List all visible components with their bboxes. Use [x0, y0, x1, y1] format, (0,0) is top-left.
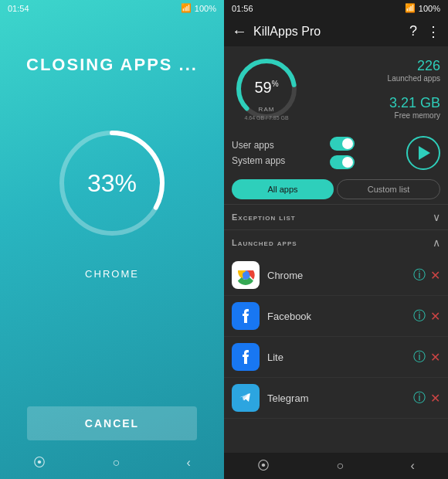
signal-icon: 📶	[181, 3, 192, 13]
right-time: 01:56	[232, 4, 253, 13]
cancel-button[interactable]: CANCEL	[27, 406, 197, 440]
left-panel: 01:54 📶 100% CLOSING APPS ... 33% Chrome…	[0, 0, 224, 479]
close-icon-telegram[interactable]: ✕	[430, 391, 440, 406]
info-icon-lite[interactable]: ⓘ	[413, 349, 426, 365]
system-apps-label: System apps	[232, 155, 285, 166]
list-item[interactable]: Chrome ⓘ ✕	[224, 255, 448, 296]
nav-home-icon-right[interactable]: ○	[336, 459, 344, 473]
right-status-icons: 📶 100%	[405, 3, 440, 13]
info-icon-chrome[interactable]: ⓘ	[413, 267, 426, 284]
stats-right: 226 Launched apps 3.21 GB Free memory	[309, 58, 440, 120]
facebook-icon	[232, 302, 260, 330]
exception-chevron-down-icon[interactable]: ∨	[433, 211, 440, 223]
ram-percent: 59%	[254, 79, 278, 97]
user-apps-label: User apps	[232, 140, 285, 151]
launched-count-value: 226	[417, 58, 440, 74]
ram-storage: 4.64 GB / 7.85 GB	[244, 115, 288, 121]
nav-back-icon-right[interactable]: ‹	[410, 459, 414, 473]
launched-chevron-up-icon[interactable]: ∧	[433, 236, 440, 249]
info-icon-facebook[interactable]: ⓘ	[413, 308, 426, 324]
left-status-icons: 📶 100%	[181, 3, 216, 13]
free-memory-stat: 3.21 GB Free memory	[309, 95, 440, 120]
system-apps-toggle[interactable]	[330, 155, 355, 169]
left-nav-bar: ⦿ ○ ‹	[0, 453, 224, 473]
nav-back-icon[interactable]: ‹	[186, 456, 190, 470]
closing-title: CLOSING APPS ...	[26, 55, 198, 75]
launched-count-stat: 226 Launched apps	[309, 58, 440, 83]
telegram-icon	[232, 384, 260, 412]
tab-custom-list[interactable]: Custom list	[337, 179, 440, 199]
current-app-name: Chrome	[85, 268, 139, 280]
toggle-labels: User apps System apps	[232, 140, 285, 166]
launched-count-label: Launched apps	[388, 74, 440, 83]
launched-section-header: Launched apps ∧	[224, 229, 448, 255]
right-battery: 100%	[419, 4, 440, 13]
svg-point-6	[243, 272, 249, 278]
left-time: 01:54	[8, 4, 29, 13]
app-name-telegram: Telegram	[267, 392, 413, 404]
right-status-bar: 01:56 📶 100%	[224, 0, 448, 16]
right-nav-bar: ⦿ ○ ‹	[224, 453, 448, 479]
help-icon[interactable]: ?	[409, 23, 417, 39]
nav-menu-icon[interactable]: ⦿	[33, 456, 46, 470]
ram-label: RAM	[259, 106, 275, 113]
play-icon	[419, 146, 430, 160]
list-item[interactable]: Facebook ⓘ ✕	[224, 296, 448, 337]
progress-circle: 33%	[50, 121, 174, 245]
left-status-bar: 01:54 📶 100%	[0, 0, 224, 16]
tab-all-apps[interactable]: All apps	[232, 179, 334, 199]
app-name-lite: Lite	[267, 352, 413, 363]
right-panel: 01:56 📶 100% ← KillApps Pro ? ⋮ 59% RAM …	[224, 0, 448, 479]
app-list: Chrome ⓘ ✕ Facebook ⓘ ✕	[224, 255, 448, 453]
kill-apps-button[interactable]	[406, 136, 440, 170]
battery-text: 100%	[195, 4, 216, 13]
free-memory-value: 3.21 GB	[389, 95, 440, 111]
toggle-switches	[330, 137, 355, 169]
list-item[interactable]: Lite ⓘ ✕	[224, 337, 448, 378]
launched-section-title: Launched apps	[232, 238, 297, 247]
close-icon-facebook[interactable]: ✕	[430, 309, 440, 324]
more-options-icon[interactable]: ⋮	[426, 23, 440, 40]
app-name-facebook: Facebook	[267, 311, 413, 322]
toggles-row: User apps System apps	[224, 131, 448, 175]
header-actions: ? ⋮	[409, 23, 440, 40]
list-item[interactable]: Telegram ⓘ ✕	[224, 378, 448, 419]
close-icon-chrome[interactable]: ✕	[430, 268, 440, 283]
free-memory-label: Free memory	[395, 111, 440, 120]
right-header: ← KillApps Pro ? ⋮	[224, 16, 448, 46]
stats-row: 59% RAM 4.64 GB / 7.85 GB 226 Launched a…	[224, 46, 448, 131]
exception-section-header: Exception list ∨	[224, 204, 448, 229]
nav-menu-icon-right[interactable]: ⦿	[257, 459, 270, 473]
ram-gauge: 59% RAM 4.64 GB / 7.85 GB	[232, 54, 301, 124]
progress-text: 33%	[87, 169, 137, 198]
right-signal-icon: 📶	[405, 3, 416, 13]
chrome-icon	[232, 261, 260, 289]
user-apps-toggle[interactable]	[330, 137, 355, 151]
nav-home-icon[interactable]: ○	[112, 456, 120, 470]
back-button[interactable]: ←	[232, 22, 247, 40]
tab-row: All apps Custom list	[224, 175, 448, 204]
facebook-lite-icon	[232, 343, 260, 371]
close-icon-lite[interactable]: ✕	[430, 350, 440, 365]
app-name-chrome: Chrome	[267, 270, 413, 281]
info-icon-telegram[interactable]: ⓘ	[413, 390, 426, 406]
exception-section-title: Exception list	[232, 212, 296, 222]
app-title: KillApps Pro	[253, 25, 409, 39]
